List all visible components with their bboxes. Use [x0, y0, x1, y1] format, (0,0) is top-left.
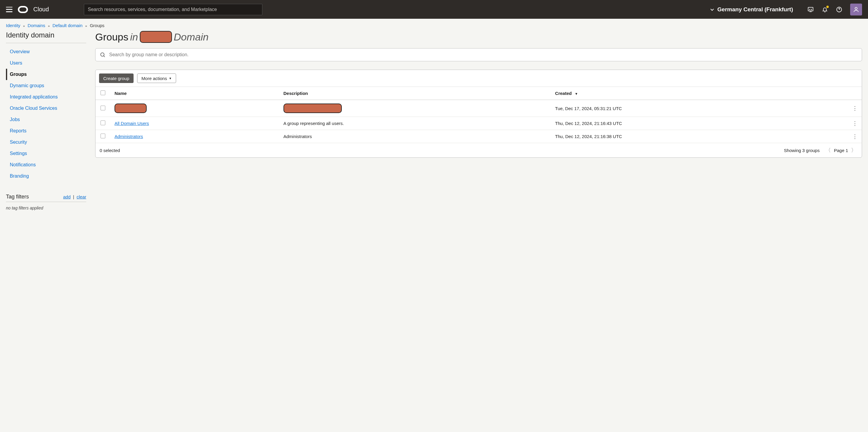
page-next-button[interactable]: 〉: [850, 147, 858, 154]
tag-filters: Tag filters add | clear no tag filters a…: [6, 194, 86, 210]
tag-filters-title: Tag filters: [6, 194, 29, 200]
groups-table: Name Description Created ▼ Tue: [95, 87, 862, 143]
sidebar-title: Identity domain: [6, 31, 86, 43]
notifications-icon[interactable]: [822, 6, 828, 13]
tag-filters-clear[interactable]: clear: [76, 194, 86, 199]
sidebar-item-reports[interactable]: Reports: [6, 125, 86, 136]
breadcrumb-domains[interactable]: Domains: [28, 23, 45, 28]
menu-button[interactable]: [6, 7, 12, 12]
sidebar: Identity domain Overview Users Groups Dy…: [6, 31, 86, 210]
row-description: Administrators: [279, 130, 551, 143]
tag-filters-empty: no tag filters applied: [6, 206, 86, 210]
user-icon: [853, 6, 859, 13]
dev-tools-icon[interactable]: [807, 6, 814, 13]
oracle-logo-icon: [18, 6, 28, 13]
group-link-all-domain-users[interactable]: All Domain Users: [115, 121, 149, 126]
row-actions-menu[interactable]: ⋮: [852, 133, 858, 140]
redacted-group-description: [283, 103, 342, 113]
selected-count: 0 selected: [100, 148, 120, 153]
region-label: Germany Central (Frankfurt): [717, 6, 793, 13]
redacted-group-name[interactable]: [115, 103, 147, 113]
row-checkbox[interactable]: [100, 105, 105, 111]
redacted-domain-name: [140, 31, 172, 43]
group-search-input[interactable]: [109, 52, 858, 57]
table-row: Administrators Administrators Thu, Dec 1…: [95, 130, 862, 143]
breadcrumb-current: Groups: [90, 23, 104, 28]
sidebar-item-dynamic-groups[interactable]: Dynamic groups: [6, 80, 86, 91]
sidebar-item-jobs[interactable]: Jobs: [6, 114, 86, 125]
row-actions-menu[interactable]: ⋮: [852, 121, 858, 126]
table-toolbar: Create group More actions ▼: [95, 70, 862, 87]
page-title-suffix: Domain: [174, 31, 209, 43]
main-content: Groups in Domain Create group More actio…: [95, 31, 862, 210]
row-actions-menu[interactable]: ⋮: [852, 105, 858, 111]
svg-point-3: [100, 53, 104, 56]
table-footer: 0 selected Showing 3 groups 〈 Page 1 〉: [95, 143, 862, 157]
groups-table-card: Create group More actions ▼ Name Descrip…: [95, 70, 862, 158]
row-created: Tue, Dec 17, 2024, 05:31:21 UTC: [551, 100, 848, 117]
create-group-button[interactable]: Create group: [99, 73, 133, 83]
region-selector[interactable]: Germany Central (Frankfurt): [710, 6, 793, 13]
showing-count: Showing 3 groups: [784, 148, 819, 153]
more-actions-label: More actions: [142, 76, 167, 81]
col-created[interactable]: Created ▼: [551, 87, 848, 100]
row-description: A group representing all users.: [279, 117, 551, 130]
svg-point-2: [855, 7, 857, 9]
caret-down-icon: ▼: [169, 77, 172, 80]
col-description[interactable]: Description: [279, 87, 551, 100]
table-row: Tue, Dec 17, 2024, 05:31:21 UTC ⋮: [95, 100, 862, 117]
help-icon[interactable]: [836, 6, 842, 13]
row-checkbox[interactable]: [100, 133, 105, 138]
group-link-administrators[interactable]: Administrators: [115, 134, 143, 139]
page-title-in: in: [130, 31, 138, 43]
table-row: All Domain Users A group representing al…: [95, 117, 862, 130]
user-avatar[interactable]: [850, 4, 862, 16]
search-icon: [100, 52, 105, 58]
sidebar-item-branding[interactable]: Branding: [6, 171, 86, 182]
sidebar-item-integrated-applications[interactable]: Integrated applications: [6, 91, 86, 103]
breadcrumb-default-domain[interactable]: Default domain: [53, 23, 83, 28]
sort-desc-icon: ▼: [575, 92, 578, 95]
sidebar-item-oracle-cloud-services[interactable]: Oracle Cloud Services: [6, 103, 86, 114]
page-indicator: Page 1: [834, 148, 848, 153]
sidebar-item-groups[interactable]: Groups: [6, 69, 86, 80]
select-all-checkbox[interactable]: [100, 90, 105, 95]
page-title: Groups in Domain: [95, 31, 862, 43]
more-actions-button[interactable]: More actions ▼: [137, 73, 176, 83]
group-search-bar: [95, 48, 862, 61]
row-created: Thu, Dec 12, 2024, 21:16:38 UTC: [551, 130, 848, 143]
global-header: Cloud Germany Central (Frankfurt): [0, 0, 868, 19]
sidebar-item-overview[interactable]: Overview: [6, 46, 86, 57]
row-checkbox[interactable]: [100, 121, 105, 125]
page-title-prefix: Groups: [95, 31, 128, 43]
breadcrumb-identity[interactable]: Identity: [6, 23, 20, 28]
sidebar-item-security[interactable]: Security: [6, 136, 86, 148]
chevron-down-icon: [710, 7, 714, 12]
page-prev-button[interactable]: 〈: [824, 147, 832, 154]
col-name[interactable]: Name: [111, 87, 279, 100]
global-search-wrap: [84, 4, 262, 15]
sidebar-item-notifications[interactable]: Notifications: [6, 159, 86, 171]
breadcrumb: Identity » Domains » Default domain » Gr…: [0, 19, 868, 31]
tag-filters-add[interactable]: add: [63, 194, 70, 199]
sidebar-item-settings[interactable]: Settings: [6, 148, 86, 159]
sidebar-item-users[interactable]: Users: [6, 57, 86, 69]
svg-rect-0: [808, 7, 813, 11]
pagination: 〈 Page 1 〉: [824, 147, 858, 154]
brand-label: Cloud: [33, 6, 49, 13]
row-created: Thu, Dec 12, 2024, 21:16:43 UTC: [551, 117, 848, 130]
global-search-input[interactable]: [84, 4, 262, 15]
